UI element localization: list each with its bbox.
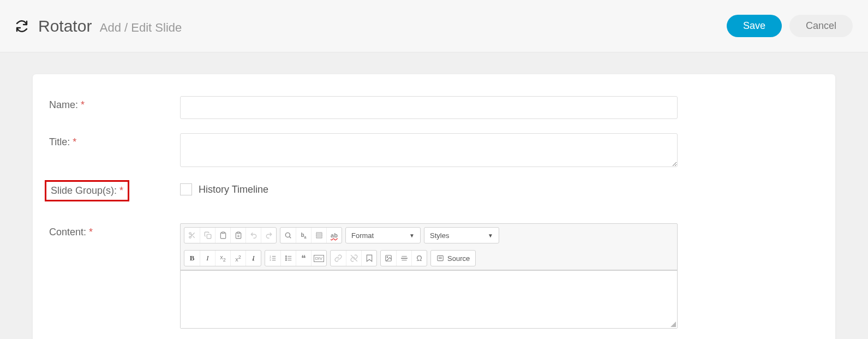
history-timeline-checkbox[interactable]	[180, 183, 192, 195]
special-char-icon[interactable]: Ω	[411, 251, 427, 266]
spellcheck-icon[interactable]: ab	[326, 228, 342, 243]
paste-icon[interactable]	[215, 228, 230, 243]
undo-icon[interactable]	[246, 228, 261, 243]
page-body: Name: * Title: * Slide Group(s): *	[0, 52, 868, 339]
source-button-label: Source	[447, 254, 470, 263]
rich-text-editor: ba ab Format ▼	[180, 223, 678, 329]
slide-group-option: History Timeline	[180, 183, 678, 195]
required-marker: *	[73, 136, 76, 147]
title-row: Title: *	[49, 133, 819, 169]
required-marker: *	[119, 185, 123, 196]
content-row: Content: *	[49, 223, 819, 329]
find-icon[interactable]	[280, 228, 296, 243]
insert-group: Ω	[380, 250, 427, 266]
svg-point-25	[285, 260, 286, 261]
styles-dropdown-label: Styles	[430, 231, 449, 240]
clipboard-group	[184, 227, 277, 243]
slide-groups-label-wrapper: Slide Group(s): *	[49, 183, 180, 201]
svg-point-0	[189, 233, 191, 235]
name-label: Name: *	[49, 96, 180, 111]
div-container-icon[interactable]: DIV	[311, 251, 326, 266]
header-actions: Save Cancel	[727, 15, 853, 37]
form-panel: Name: * Title: * Slide Group(s): *	[33, 74, 835, 339]
image-icon[interactable]	[381, 251, 396, 266]
slide-groups-label: Slide Group(s): *	[45, 180, 129, 201]
editor-toolbar: ba ab Format ▼	[181, 224, 677, 270]
header-left: Rotator Add / Edit Slide	[15, 17, 182, 35]
subscript-icon[interactable]: x2	[215, 251, 230, 266]
svg-point-1	[189, 236, 191, 239]
page-header: Rotator Add / Edit Slide Save Cancel	[0, 0, 868, 52]
svg-line-4	[191, 234, 192, 235]
find-group: ba ab	[280, 227, 342, 243]
required-marker: *	[81, 99, 85, 110]
link-group	[330, 250, 377, 266]
format-dropdown[interactable]: Format ▼	[345, 227, 421, 243]
history-timeline-label: History Timeline	[199, 184, 268, 195]
blockquote-icon[interactable]: ❝	[296, 251, 311, 266]
svg-line-3	[193, 236, 194, 237]
remove-format-icon[interactable]: Ix	[246, 251, 261, 266]
slide-groups-label-text: Slide Group(s):	[51, 185, 117, 196]
copy-icon[interactable]	[200, 228, 215, 243]
unlink-icon[interactable]	[346, 251, 361, 266]
svg-point-23	[285, 256, 286, 257]
source-button[interactable]: Source	[430, 250, 476, 266]
page-title-block: Rotator Add / Edit Slide	[38, 17, 182, 35]
title-label-text: Title:	[49, 136, 70, 147]
cut-icon[interactable]	[184, 228, 200, 243]
replace-icon[interactable]: ba	[296, 228, 311, 243]
name-row: Name: *	[49, 96, 819, 119]
ordered-list-icon[interactable]: 123	[265, 251, 280, 266]
content-label: Content: *	[49, 223, 180, 238]
svg-rect-5	[207, 234, 211, 239]
horizontal-rule-icon[interactable]	[396, 251, 411, 266]
format-dropdown-label: Format	[351, 231, 374, 240]
cancel-button[interactable]: Cancel	[789, 15, 853, 37]
editor-content-area[interactable]	[181, 270, 677, 328]
svg-point-24	[285, 258, 286, 259]
styles-dropdown[interactable]: Styles ▼	[424, 227, 499, 243]
caret-down-icon: ▼	[488, 233, 493, 239]
svg-line-11	[290, 237, 291, 239]
page-title: Rotator	[38, 17, 92, 35]
svg-rect-12	[316, 233, 321, 237]
save-button[interactable]: Save	[727, 15, 782, 37]
anchor-icon[interactable]	[361, 251, 376, 266]
title-label: Title: *	[49, 133, 180, 148]
paste-text-icon[interactable]	[230, 228, 246, 243]
slide-groups-row: Slide Group(s): * History Timeline	[49, 183, 819, 201]
list-group: 123 ❝ DIV	[265, 250, 327, 266]
bold-icon[interactable]: B	[184, 251, 200, 266]
superscript-icon[interactable]: x2	[230, 251, 246, 266]
select-all-icon[interactable]	[311, 228, 326, 243]
page-subtitle: Add / Edit Slide	[100, 21, 182, 34]
required-marker: *	[89, 227, 93, 237]
name-input[interactable]	[180, 96, 678, 119]
link-icon[interactable]	[331, 251, 346, 266]
refresh-icon	[15, 20, 28, 33]
svg-rect-6	[222, 232, 224, 233]
resize-handle-icon[interactable]	[671, 322, 676, 327]
svg-rect-7	[237, 232, 240, 233]
svg-text:3: 3	[270, 259, 271, 261]
content-label-text: Content:	[49, 227, 86, 237]
name-label-text: Name:	[49, 99, 78, 110]
caret-down-icon: ▼	[409, 233, 415, 239]
title-input[interactable]	[180, 133, 678, 167]
text-format-group: B I x2 x2 Ix	[184, 250, 261, 266]
svg-point-28	[387, 257, 388, 258]
svg-point-10	[285, 233, 290, 237]
unordered-list-icon[interactable]	[280, 251, 296, 266]
redo-icon[interactable]	[261, 228, 276, 243]
italic-icon[interactable]: I	[200, 251, 215, 266]
